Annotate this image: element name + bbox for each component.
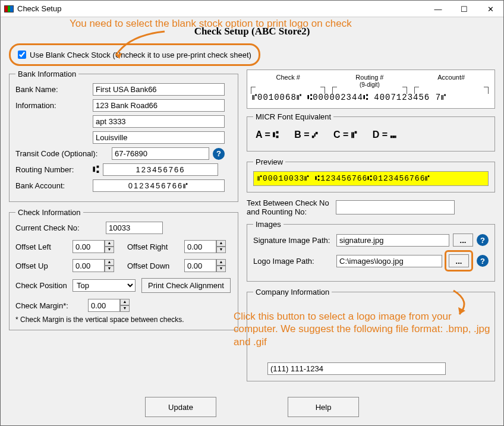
spin-down[interactable]: ▼ [216,266,226,272]
check-position-select[interactable]: Top [73,279,136,292]
current-check-no-input[interactable] [106,222,163,234]
offset-up-label: Offset Up [15,261,73,270]
bank-name-input[interactable] [93,83,225,96]
offset-right-spinner[interactable]: ▲▼ [184,240,226,253]
bank-information-group: Bank Information Bank Name: Information: [9,70,238,202]
offset-left-label: Offset Left [15,242,73,251]
company-information-legend: Company Information [253,288,332,296]
logo-path-label: Logo Image Path: [253,257,336,266]
routing-prefix-symbol: ⑆ [93,164,99,176]
spin-down[interactable]: ▼ [105,266,114,272]
update-button[interactable]: Update [145,397,216,417]
company-phone-input[interactable] [267,362,446,375]
text-between-input[interactable] [336,200,455,214]
titlebar: Check Setup — ☐ ✕ [1,1,503,17]
signature-help-icon[interactable]: ? [477,234,489,246]
spin-down[interactable]: ▼ [120,305,130,312]
text-between-label: Text Between Check No and Rounting No: [247,198,336,216]
signature-path-label: Signature Image Path: [253,236,336,245]
window: Check Setup — ☐ ✕ You need to select the… [0,0,504,426]
window-title: Check Setup [17,4,61,13]
routing-number-input[interactable] [103,163,218,176]
check-information-legend: Check Information [15,208,83,217]
bank-account-input[interactable] [93,179,225,192]
bank-information-legend: Bank Information [15,70,78,78]
micr-sample: Check # Routing # (9-digit) Account# [247,70,495,109]
spin-up[interactable]: ▲ [120,299,130,305]
micr-account-header: Account# [437,74,465,81]
logo-help-icon[interactable]: ? [477,255,489,267]
window-minimize-button[interactable]: — [425,1,451,17]
micr-routing-header: Routing # [355,74,383,81]
transit-code-input[interactable] [112,147,209,160]
offset-right-input[interactable] [184,240,216,253]
micr-check-header: Check # [276,74,300,81]
window-close-button[interactable]: ✕ [477,1,503,17]
app-icon [4,5,14,12]
offset-down-label: Offset Down [127,261,184,270]
dialog-title: Check Setup (ABC Store2) [9,26,495,37]
micr-eq-d: D = ⑉ [373,130,396,140]
spin-up[interactable]: ▲ [105,240,114,247]
offset-up-spinner[interactable]: ▲▼ [73,259,114,272]
window-maximize-button[interactable]: ☐ [451,1,477,17]
spin-down[interactable]: ▼ [216,247,226,253]
spin-down[interactable]: ▼ [105,247,114,253]
company-information-group: Company Information [247,288,495,381]
transit-code-label: Transit Code (Optional): [15,149,112,158]
preview-legend: Preview [253,157,285,166]
use-blank-stock-option[interactable]: Use Blank Check Stock (Uncheck it to use… [9,43,260,66]
offset-up-input[interactable] [73,259,105,272]
bank-addr2-input[interactable] [93,115,225,128]
print-check-alignment-button[interactable]: Print Check Alignment [141,278,231,293]
preview-group: Preview ⑈00010033⑈ ⑆123456766⑆0123456766… [247,157,495,193]
offset-left-spinner[interactable]: ▲▼ [73,240,114,253]
signature-browse-button[interactable]: ... [453,233,473,247]
spin-up[interactable]: ▲ [216,259,226,266]
bank-addr1-input[interactable] [93,99,225,112]
micr-font-equivalent-legend: MICR Font Equivalent [253,112,333,121]
signature-path-input[interactable] [336,234,449,247]
micr-routing-sub: (9-digit) [360,81,380,88]
routing-number-label: Routing Number: [15,165,93,174]
transit-help-icon[interactable]: ? [213,148,225,160]
offset-down-spinner[interactable]: ▲▼ [184,259,226,272]
micr-eq-a: A = ⑆ [256,130,279,140]
check-position-label: Check Position [15,281,73,290]
micr-sample-line: ⑈0010068⑈ ⑆000002344⑆ 4007123456 7⑈ [252,93,490,102]
micr-eq-c: C = ⑈ [333,130,357,140]
images-legend: Images [253,220,284,229]
bank-info-label: Information: [15,101,93,110]
check-margin-note: * Check Margin is the vertical space bet… [15,315,232,324]
use-blank-stock-checkbox[interactable] [18,51,26,59]
logo-browse-highlight: ... [445,250,473,272]
use-blank-stock-label: Use Blank Check Stock (Uncheck it to use… [30,51,251,59]
check-margin-spinner[interactable]: ▲▼ [88,299,130,312]
spin-up[interactable]: ▲ [216,240,226,247]
bank-account-label: Bank Account: [15,181,93,190]
spin-up[interactable]: ▲ [105,259,114,266]
micr-eq-b: B = ⑇ [294,130,318,140]
micr-preview: ⑈00010033⑈ ⑆123456766⑆0123456766⑈ [253,171,489,186]
check-margin-label: Check Margin*: [15,301,88,310]
bank-city-input[interactable] [93,131,225,144]
offset-left-input[interactable] [73,240,105,253]
images-group: Images Signature Image Path: ... ? Logo … [247,220,495,282]
current-check-no-label: Current Check No: [15,223,106,232]
check-margin-input[interactable] [88,299,120,312]
help-button[interactable]: Help [288,397,359,417]
bank-name-label: Bank Name: [15,85,93,94]
logo-browse-button[interactable]: ... [449,254,469,267]
logo-path-input[interactable] [336,255,442,267]
micr-font-equivalent-group: MICR Font Equivalent A = ⑆ B = ⑇ C = ⑈ D… [247,112,495,152]
offset-down-input[interactable] [184,259,216,272]
check-information-group: Check Information Current Check No: Offs… [9,208,238,330]
offset-right-label: Offset Right [127,242,184,251]
